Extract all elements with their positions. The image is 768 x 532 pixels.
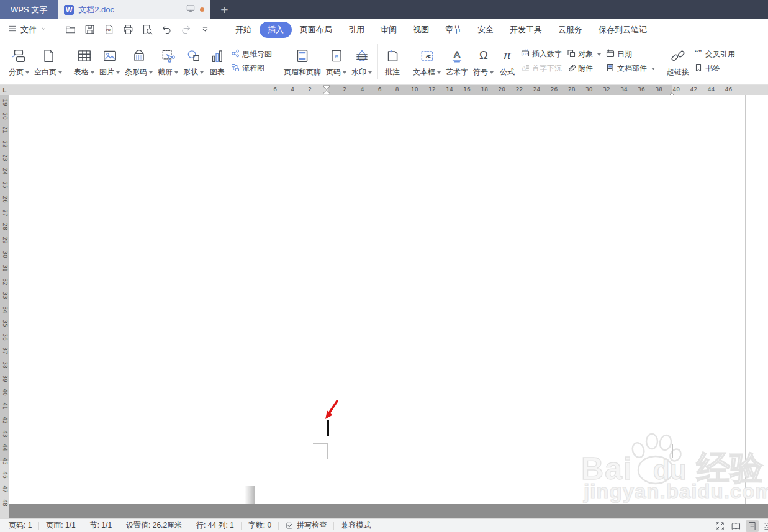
- word-count-status[interactable]: 字数: 0: [248, 520, 271, 531]
- page-right-edge: [745, 95, 746, 504]
- document-tab[interactable]: W 文档2.doc: [58, 0, 210, 19]
- line-col-status[interactable]: 行: 44 列: 1: [196, 520, 234, 531]
- outline-view-button[interactable]: [762, 520, 768, 532]
- spellcheck-icon-wrap: [286, 521, 294, 530]
- compat-mode-status[interactable]: 兼容模式: [341, 520, 371, 531]
- h-ruler-number: 42: [690, 86, 697, 92]
- export-pdf-button[interactable]: PDF: [101, 22, 117, 37]
- comment-icon: *: [384, 48, 400, 64]
- comment-button[interactable]: *批注: [381, 42, 404, 81]
- spellcheck-status[interactable]: 拼写检查: [286, 520, 327, 531]
- wordart-button[interactable]: A艺术字: [443, 42, 471, 81]
- compat-mode-text: 兼容模式: [341, 520, 371, 531]
- save-button[interactable]: [81, 22, 98, 37]
- svg-text:A: A: [425, 52, 430, 59]
- chart-label: 图表: [210, 67, 225, 78]
- table-button[interactable]: 表格: [71, 42, 97, 81]
- table-icon: [76, 48, 93, 64]
- doc-part-button[interactable]: 文档部件: [606, 63, 655, 74]
- tab-security[interactable]: 安全: [469, 22, 502, 38]
- formula-button[interactable]: π公式: [496, 42, 518, 81]
- status-separator: [38, 522, 39, 530]
- tab-page-layout[interactable]: 页面布局: [292, 22, 340, 38]
- page-number-button[interactable]: #页码: [323, 42, 349, 81]
- setting-value-status[interactable]: 设置值: 26.2厘米: [126, 520, 182, 531]
- picture-button[interactable]: 图片: [97, 42, 122, 81]
- section-count-text: 节: 1/1: [90, 520, 112, 531]
- page-break-button[interactable]: 分页: [6, 42, 32, 81]
- file-menu-button[interactable]: 文件: [7, 24, 54, 35]
- page-no-status[interactable]: 页码: 1: [9, 520, 32, 531]
- bookmark-button[interactable]: 书签: [694, 63, 735, 74]
- header-footer-button[interactable]: 页眉和页脚: [281, 42, 323, 81]
- date-button[interactable]: 日期: [606, 49, 655, 60]
- screenshot-button[interactable]: 截屏: [155, 42, 181, 81]
- flowchart-button[interactable]: 流程图: [231, 63, 272, 74]
- hyperlink-label-row: 超链接: [667, 67, 689, 78]
- tab-view[interactable]: 视图: [405, 22, 437, 38]
- mindmap-button[interactable]: 思维导图: [231, 49, 272, 60]
- insert-number-button[interactable]: 123插入数字: [521, 49, 562, 60]
- hyperlink-button[interactable]: 超链接: [664, 42, 692, 81]
- tab-section[interactable]: 章节: [437, 22, 469, 38]
- attachment-button[interactable]: 附件: [567, 63, 601, 74]
- svg-text:Ω: Ω: [479, 48, 488, 61]
- object-label: 对象: [578, 49, 593, 60]
- read-mode-button[interactable]: [730, 520, 743, 532]
- watermark-button[interactable]: 水印: [349, 42, 374, 81]
- setting-value-text: 设置值: 26.2厘米: [126, 520, 182, 531]
- tab-save-to-cloud-note[interactable]: 保存到云笔记: [590, 22, 655, 38]
- picture-icon-wrap: [102, 46, 118, 66]
- barcode-button[interactable]: 条形码: [122, 42, 155, 81]
- print-layout-button[interactable]: [746, 520, 759, 532]
- blank-page-label-row: 空白页: [34, 67, 62, 78]
- folder-open-button[interactable]: [62, 22, 79, 37]
- textbox-button[interactable]: A文本框: [410, 42, 443, 81]
- wps-app-tab[interactable]: WPS 文字: [0, 0, 58, 19]
- v-ruler-number: 21: [2, 127, 8, 133]
- object-button[interactable]: 对象: [567, 49, 601, 60]
- header-footer-icon-wrap: [294, 46, 310, 66]
- undo-button[interactable]: [158, 22, 175, 37]
- object-icon-wrap: [567, 49, 576, 60]
- v-ruler-number: 45: [2, 458, 8, 465]
- more-chevron-button[interactable]: [197, 22, 214, 37]
- v-ruler-number: 40: [2, 389, 8, 395]
- read-mode-icon: [731, 521, 741, 531]
- print-button[interactable]: [120, 22, 137, 37]
- tab-insert[interactable]: 插入: [260, 22, 292, 38]
- tab-dev-tools[interactable]: 开发工具: [502, 22, 550, 38]
- word-count-text: 字数: 0: [248, 520, 271, 531]
- tab-stop-selector[interactable]: L: [0, 85, 9, 95]
- h-ruler-number: 2: [308, 86, 312, 92]
- tab-references[interactable]: 引用: [340, 22, 373, 38]
- tab-review[interactable]: 审阅: [373, 22, 405, 38]
- v-ruler-number: 39: [2, 375, 8, 382]
- shapes-icon: [186, 48, 202, 64]
- h-ruler-number: 32: [603, 86, 610, 92]
- horizontal-ruler[interactable]: 6422468101214161820222426283032343638404…: [9, 85, 768, 95]
- chevron-down-icon: [368, 71, 372, 76]
- print-preview-button[interactable]: [139, 22, 156, 37]
- watermark-icon-wrap: [354, 46, 370, 66]
- fullscreen-button[interactable]: [713, 520, 726, 532]
- status-items: 页码: 1页面: 1/1节: 1/1设置值: 26.2厘米行: 44 列: 1字…: [9, 520, 371, 531]
- section-count-status[interactable]: 节: 1/1: [90, 520, 112, 531]
- wordart-icon: A: [449, 48, 465, 64]
- symbol-button[interactable]: Ω符号: [471, 42, 496, 81]
- new-tab-button[interactable]: +: [210, 0, 238, 19]
- print-preview-icon: [142, 24, 153, 35]
- redo-button[interactable]: [178, 22, 194, 37]
- document-canvas[interactable]: Bai du 经验 jingyan.baidu.com: [9, 95, 768, 518]
- redo-icon: [180, 24, 192, 35]
- shapes-button[interactable]: 形状: [181, 42, 206, 81]
- tab-cloud-service[interactable]: 云服务: [550, 22, 590, 38]
- insert-number-icon-wrap: 123: [521, 49, 530, 60]
- blank-page-button[interactable]: 空白页: [32, 42, 65, 81]
- crossref-button[interactable]: “”交叉引用: [694, 49, 735, 60]
- page-count-status[interactable]: 页面: 1/1: [46, 520, 75, 531]
- chart-button[interactable]: 图表: [206, 42, 228, 81]
- tab-home[interactable]: 开始: [227, 22, 260, 38]
- chevron-down-icon: [40, 25, 48, 35]
- vertical-ruler[interactable]: 1920212223242526272829303132333435363738…: [0, 95, 9, 518]
